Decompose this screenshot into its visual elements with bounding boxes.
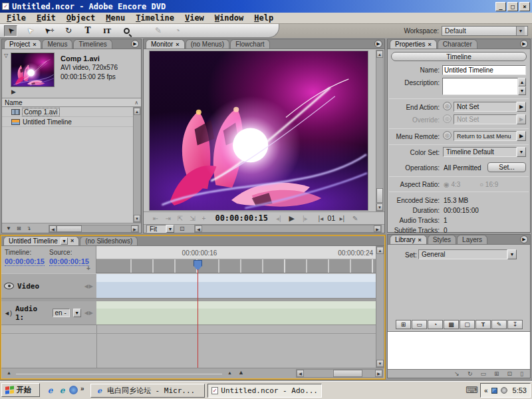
tab-monitor[interactable]: Monitor×	[146, 39, 185, 49]
safe-area-icon[interactable]: ⊡	[180, 225, 185, 232]
scroll-down-icon[interactable]: ▼	[376, 203, 383, 211]
close-icon[interactable]: ×	[428, 41, 432, 48]
new-chapter-icon[interactable]: ✎	[352, 215, 358, 222]
chevron-down-icon[interactable]: ▼	[517, 147, 526, 157]
list-header[interactable]: Name ∧	[2, 98, 141, 107]
tab-timelines[interactable]: Timelines	[73, 39, 112, 49]
track-chevrons-icon[interactable]: ◀▶	[84, 310, 94, 316]
preview-tool[interactable]: ◔	[171, 25, 184, 37]
close-icon[interactable]: ×	[33, 41, 36, 48]
play-button[interactable]: ▶	[289, 214, 295, 223]
task-button-browser[interactable]: e 电白同乡论坛 - Micr...	[90, 384, 205, 398]
new-item-icon[interactable]: ⊡	[507, 370, 513, 377]
keyboard-layout-icon[interactable]: ⌨	[466, 385, 478, 395]
close-button[interactable]: ×	[519, 2, 530, 11]
close-icon[interactable]: ×	[418, 237, 422, 243]
trash-icon[interactable]: ▯	[520, 370, 523, 377]
tab-no-menus[interactable]: (no Menus)	[186, 39, 230, 49]
chevron-down-icon[interactable]: ▼	[73, 309, 81, 317]
chevron-down-icon[interactable]: ▼	[507, 249, 517, 259]
scroll-thumb[interactable]	[376, 188, 383, 203]
start-button[interactable]: 开始	[1, 383, 40, 397]
tab-layers[interactable]: Layers	[457, 235, 487, 244]
quick-launch-overflow-icon[interactable]: »	[80, 385, 84, 392]
next-frame-button[interactable]: |▸	[303, 215, 308, 222]
minimize-button[interactable]: _	[495, 2, 506, 11]
panel-menu-icon[interactable]: ▶	[374, 40, 382, 48]
menu-menu[interactable]: Menu	[100, 13, 130, 23]
track-chevrons-icon[interactable]: ◀▶	[84, 283, 94, 289]
pickwhip-icon[interactable]: ◎	[443, 102, 452, 110]
selection-tool[interactable]: ➤	[4, 25, 17, 37]
scroll-thumb[interactable]	[57, 225, 82, 232]
vertical-text-tool[interactable]: IT	[100, 25, 114, 37]
ruler-ticks[interactable]	[96, 259, 376, 273]
scroll-left-icon[interactable]: ◀	[195, 225, 202, 232]
menu-view[interactable]: View	[180, 13, 209, 23]
visibility-eye-icon[interactable]	[4, 283, 14, 289]
add-chapter-icon[interactable]: +	[202, 215, 206, 222]
show-buttons-icon[interactable]: ◔	[428, 320, 443, 329]
tab-styles[interactable]: Styles	[428, 235, 456, 244]
description-field[interactable]	[442, 78, 518, 95]
list-item[interactable]: Comp 1.avi	[2, 107, 133, 117]
panel-menu-icon[interactable]: ▶	[131, 40, 139, 48]
library-list[interactable]	[388, 331, 530, 370]
audio-language-dropdown[interactable]: en -	[53, 309, 69, 317]
tab-untitled-timeline[interactable]: Untitled Timeline ▼ ×	[3, 236, 79, 245]
sort-asc-icon[interactable]: ∧	[134, 100, 138, 106]
ruler-labels[interactable]: 00:00:00:16 00:00:00:24	[96, 246, 376, 259]
flyout-arrow-icon[interactable]: ▶	[517, 131, 526, 141]
goto-next-chapter-icon[interactable]: ⇥	[165, 215, 170, 222]
goto-previous-chapter-icon[interactable]: ⇤	[153, 215, 158, 222]
menu-help[interactable]: Help	[249, 13, 279, 23]
rotate-tool[interactable]: ↻	[62, 25, 75, 37]
new-button-icon[interactable]: ⊞	[494, 370, 499, 377]
scroll-right-icon[interactable]: ▶	[374, 225, 381, 232]
edit-original-tool[interactable]: ✎	[152, 25, 165, 37]
replace-icon[interactable]: ↻	[467, 370, 473, 377]
tab-no-slideshows[interactable]: (no Slideshows)	[80, 236, 138, 245]
scroll-left-icon[interactable]: ◀	[297, 370, 304, 377]
list-item[interactable]: Untitled Timeline	[2, 117, 133, 127]
project-vscrollbar[interactable]: ▲ ▼	[133, 107, 141, 223]
panel-menu-icon[interactable]: ▶	[520, 40, 528, 48]
scroll-up-icon[interactable]: ▲	[376, 51, 383, 58]
close-icon[interactable]: ×	[176, 41, 179, 48]
source-timecode[interactable]: 00:00:00:15	[49, 257, 89, 266]
color-set-dropdown[interactable]: Timeline Default	[443, 147, 517, 157]
flyout-arrow-icon[interactable]: ▶	[517, 102, 526, 112]
menu-window[interactable]: Window	[209, 13, 249, 23]
scroll-down-icon[interactable]: ▼	[518, 86, 526, 95]
menu-object[interactable]: Object	[61, 13, 100, 23]
show-text-icon[interactable]: T	[475, 320, 491, 329]
timeline-timecode[interactable]: 00:00:00:15	[5, 257, 45, 266]
new-menu-icon[interactable]: ▭	[480, 370, 486, 377]
show-shapes-icon[interactable]: ✎	[491, 320, 507, 329]
scroll-right-icon[interactable]: ▶	[375, 370, 382, 377]
filter-icon[interactable]: ▼	[6, 225, 11, 231]
project-hscrollbar[interactable]: ◀ ▶	[49, 225, 139, 233]
show-menus-icon[interactable]: ▭	[412, 320, 427, 329]
video-track-content[interactable]	[96, 274, 376, 299]
speaker-icon[interactable]: ◄)	[4, 310, 12, 317]
network-icon[interactable]	[491, 388, 497, 394]
trim-out-icon[interactable]: ⇲	[190, 215, 195, 222]
zoom-level-dropdown[interactable]: Fit	[146, 225, 166, 233]
add-chapter-icon[interactable]: +	[86, 265, 90, 272]
chevron-down-icon[interactable]: ▼	[61, 237, 68, 245]
panel-menu-icon[interactable]: ▶	[520, 235, 528, 243]
name-column-header[interactable]: Name	[5, 99, 23, 106]
tab-project[interactable]: Project×	[4, 39, 41, 49]
direct-select-tool[interactable]: ➤	[23, 25, 37, 37]
zoom-in-large-icon[interactable]: ▲	[238, 369, 244, 376]
tab-library[interactable]: Library×	[390, 235, 427, 244]
play-preview-button[interactable]: ▶	[11, 88, 16, 95]
chevron-down-icon[interactable]: ▼	[166, 225, 174, 233]
zoom-in-small-icon[interactable]: ▲	[227, 370, 232, 375]
pickwhip-icon[interactable]: ◎	[443, 131, 452, 140]
volume-clock-icon[interactable]	[501, 387, 507, 394]
scroll-thumb[interactable]	[333, 370, 362, 377]
tray-collapse-icon[interactable]: «	[484, 387, 488, 394]
menu-edit[interactable]: Edit	[31, 13, 61, 23]
